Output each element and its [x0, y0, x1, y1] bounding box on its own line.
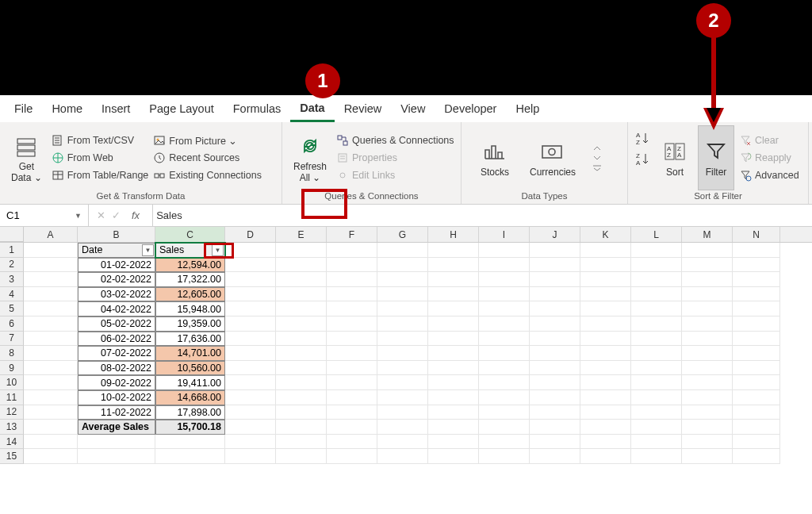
col-head-M[interactable]: M — [682, 227, 733, 242]
cell[interactable] — [733, 405, 780, 420]
cell[interactable] — [327, 332, 377, 347]
cell[interactable] — [580, 243, 631, 258]
col-head-H[interactable]: H — [428, 227, 479, 242]
cell[interactable] — [428, 449, 479, 464]
currencies-button[interactable]: Currencies — [525, 136, 580, 179]
cell[interactable] — [377, 346, 428, 361]
cell[interactable] — [631, 287, 682, 302]
cell[interactable] — [733, 243, 780, 258]
cell[interactable] — [225, 405, 276, 420]
cell-sales[interactable]: 17,898.00 — [155, 405, 225, 420]
cell[interactable] — [428, 435, 479, 450]
cell[interactable] — [682, 332, 733, 347]
cell[interactable] — [682, 287, 733, 302]
col-head-A[interactable]: A — [24, 227, 78, 242]
refresh-all-button[interactable]: Refresh All ⌄ — [289, 125, 331, 190]
cell[interactable] — [682, 375, 733, 390]
cell[interactable] — [631, 243, 682, 258]
cell[interactable] — [327, 405, 377, 420]
cell[interactable] — [631, 301, 682, 316]
cell[interactable] — [225, 375, 276, 390]
cell[interactable] — [580, 346, 631, 361]
cell[interactable] — [377, 435, 428, 450]
cell[interactable] — [276, 405, 327, 420]
cell[interactable] — [479, 435, 530, 450]
from-table-range-button[interactable]: From Table/Range — [52, 167, 149, 184]
cell[interactable] — [733, 361, 780, 376]
cell[interactable] — [631, 316, 682, 332]
cell[interactable] — [225, 316, 276, 332]
cell[interactable] — [276, 449, 327, 464]
cell[interactable] — [24, 243, 78, 258]
col-head-E[interactable]: E — [276, 227, 327, 242]
cell[interactable] — [24, 375, 78, 390]
cell-date[interactable]: 02-02-2022 — [78, 272, 155, 287]
row-head-7[interactable]: 7 — [0, 332, 24, 347]
cell[interactable] — [225, 361, 276, 376]
cell[interactable] — [24, 420, 78, 435]
row-head-2[interactable]: 2 — [0, 258, 24, 273]
col-head-K[interactable]: K — [580, 227, 631, 242]
cell[interactable] — [733, 332, 780, 347]
tab-view[interactable]: View — [391, 97, 435, 121]
cell[interactable] — [530, 258, 580, 273]
from-text-csv-button[interactable]: From Text/CSV — [52, 132, 149, 149]
cell-date[interactable]: 04-02-2022 — [78, 301, 155, 316]
cell[interactable] — [428, 405, 479, 420]
cell[interactable] — [682, 449, 733, 464]
cell[interactable] — [479, 258, 530, 273]
cell[interactable] — [479, 243, 530, 258]
cell[interactable] — [479, 272, 530, 287]
cell[interactable] — [327, 361, 377, 376]
cell[interactable] — [276, 435, 327, 450]
get-data-button[interactable]: Get Data ⌄ — [6, 125, 47, 190]
cell[interactable] — [631, 390, 682, 405]
cell[interactable] — [428, 258, 479, 273]
cell[interactable] — [479, 301, 530, 316]
cell[interactable] — [479, 375, 530, 390]
cell[interactable] — [733, 375, 780, 390]
cell[interactable] — [631, 361, 682, 376]
cell-sales[interactable]: 12,594.00 — [155, 258, 225, 273]
cell-sales[interactable]: 14,701.00 — [155, 346, 225, 361]
cell[interactable] — [155, 435, 225, 450]
data-types-scroll[interactable] — [592, 144, 603, 171]
cell[interactable] — [479, 332, 530, 347]
cell[interactable] — [530, 405, 580, 420]
footer-value[interactable]: 15,700.18 — [155, 420, 225, 435]
cell[interactable] — [530, 420, 580, 435]
row-head-15[interactable]: 15 — [0, 449, 24, 464]
cell[interactable] — [377, 420, 428, 435]
cell[interactable] — [733, 316, 780, 332]
cell[interactable] — [428, 375, 479, 390]
cell[interactable] — [479, 390, 530, 405]
cell[interactable] — [327, 316, 377, 332]
col-head-F[interactable]: F — [327, 227, 377, 242]
cell[interactable] — [377, 361, 428, 376]
cell[interactable] — [733, 390, 780, 405]
cell[interactable] — [327, 449, 377, 464]
cell[interactable] — [682, 258, 733, 273]
recent-sources-button[interactable]: Recent Sources — [153, 149, 262, 167]
cell[interactable] — [530, 346, 580, 361]
cell[interactable] — [225, 301, 276, 316]
stocks-button[interactable]: Stocks — [476, 136, 514, 179]
cell-date[interactable]: 08-02-2022 — [78, 361, 155, 376]
cell[interactable] — [580, 258, 631, 273]
cell[interactable] — [479, 405, 530, 420]
col-head-N[interactable]: N — [733, 227, 780, 242]
cell-date[interactable]: 05-02-2022 — [78, 316, 155, 332]
cell[interactable] — [24, 258, 78, 273]
row-head-3[interactable]: 3 — [0, 272, 24, 287]
tab-file[interactable]: File — [5, 97, 42, 121]
cell-date[interactable]: 10-02-2022 — [78, 390, 155, 405]
cell[interactable] — [276, 346, 327, 361]
cell[interactable] — [580, 390, 631, 405]
cell[interactable] — [530, 243, 580, 258]
cell[interactable] — [377, 390, 428, 405]
cell[interactable] — [225, 332, 276, 347]
cell[interactable] — [276, 361, 327, 376]
cell[interactable] — [580, 405, 631, 420]
cell[interactable] — [428, 316, 479, 332]
cell[interactable] — [682, 405, 733, 420]
